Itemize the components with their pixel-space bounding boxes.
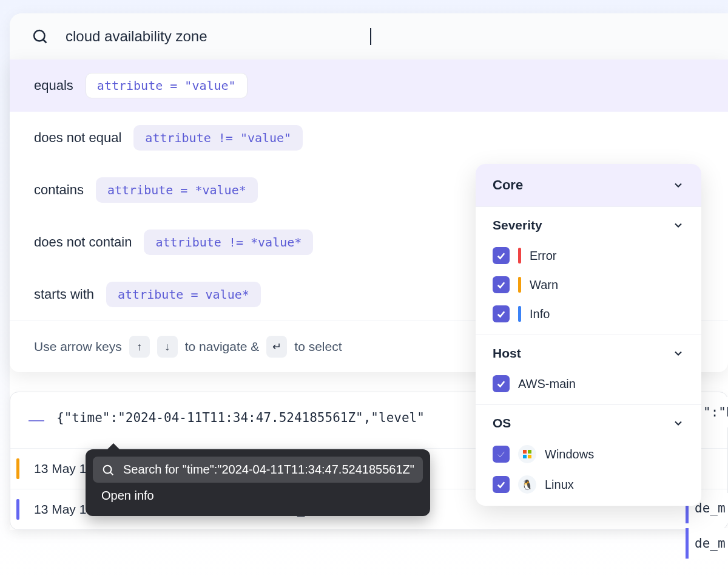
section-title: Severity [493, 218, 542, 233]
context-open-label: Open info [101, 489, 154, 503]
svg-rect-5 [528, 450, 531, 454]
filter-item-aws[interactable]: AWS-main [493, 369, 684, 398]
severity-bar [16, 499, 19, 520]
checkbox-checked[interactable] [493, 276, 510, 293]
checkbox-checked[interactable] [493, 247, 510, 264]
filter-title: Core [493, 177, 523, 193]
filter-severity-head[interactable]: Severity [493, 218, 684, 233]
windows-icon [518, 445, 536, 463]
chevron-down-icon [672, 417, 684, 429]
severity-blue-icon [518, 306, 521, 322]
section-title: OS [493, 416, 511, 430]
filter-item-error[interactable]: Error [493, 241, 684, 270]
operator-not-equals[interactable]: does not equal attribute != "value" [10, 112, 728, 164]
operator-equals[interactable]: equals attribute = "value" [10, 59, 728, 112]
filter-item-windows[interactable]: Windows [493, 439, 684, 469]
filter-label: Error [530, 249, 556, 263]
operator-label: does not equal [34, 130, 121, 146]
svg-rect-7 [528, 455, 531, 458]
log-json[interactable]: {"time":"2024-04-11T11:34:47.524185561Z"… [56, 410, 425, 425]
nav-hint-prefix: Use arrow keys [34, 339, 122, 354]
collapse-icon[interactable]: — [29, 410, 44, 427]
search-icon [101, 463, 115, 477]
search-icon [32, 28, 49, 45]
operator-example: attribute = value* [106, 282, 261, 307]
text-cursor [370, 28, 371, 45]
svg-point-2 [104, 465, 112, 473]
checkbox-checked[interactable] [493, 375, 510, 392]
severity-orange-icon [518, 277, 521, 293]
search-bar[interactable] [10, 13, 728, 59]
severity-bar [16, 458, 19, 479]
checkbox-checked[interactable] [493, 476, 510, 493]
operator-example: attribute != "value" [133, 125, 303, 151]
context-open-info[interactable]: Open info [93, 483, 423, 509]
filter-item-warn[interactable]: Warn [493, 270, 684, 299]
nav-hint-middle: to navigate & [185, 339, 260, 354]
chevron-down-icon [672, 219, 684, 231]
filter-label: Windows [545, 447, 594, 461]
filter-label: Info [530, 307, 550, 321]
svg-rect-6 [523, 455, 527, 458]
filter-os-section: OS Windows 🐧 Linux [476, 404, 701, 506]
filter-host-head[interactable]: Host [493, 346, 684, 361]
filter-panel: Core Severity Error Warn Info Host [476, 164, 701, 506]
operator-label: starts with [34, 287, 94, 302]
operator-example: attribute != *value* [144, 229, 313, 255]
filter-host-section: Host AWS-main [476, 335, 701, 404]
svg-line-1 [43, 39, 46, 42]
svg-rect-4 [523, 450, 527, 454]
operator-example: attribute = *value* [96, 177, 258, 203]
enter-key: ↵ [266, 336, 287, 358]
nav-hint-suffix: to select [294, 339, 342, 354]
arrow-up-key: ↑ [129, 336, 150, 358]
svg-line-3 [110, 472, 113, 475]
checkbox-checked[interactable] [493, 305, 510, 322]
chevron-down-icon [672, 347, 684, 359]
bg-log-row: de_m [686, 528, 728, 559]
search-input[interactable] [66, 28, 369, 45]
operator-example: attribute = "value" [86, 73, 248, 98]
svg-point-0 [34, 30, 45, 41]
chevron-down-icon [672, 179, 684, 191]
filter-label: Linux [545, 478, 574, 492]
operator-label: contains [34, 182, 84, 198]
context-search-label: Search for "time":"2024-04-11T11:34:47.5… [123, 463, 414, 477]
filter-label: Warn [530, 278, 558, 292]
filter-label: AWS-main [518, 377, 576, 391]
checkbox-checked[interactable] [493, 446, 510, 463]
linux-icon: 🐧 [518, 475, 536, 494]
filter-item-info[interactable]: Info [493, 299, 684, 328]
filter-core-header[interactable]: Core [476, 164, 701, 206]
operator-label: equals [34, 78, 73, 93]
filter-item-linux[interactable]: 🐧 Linux [493, 469, 684, 500]
severity-red-icon [518, 248, 521, 264]
arrow-down-key: ↓ [157, 336, 178, 358]
section-title: Host [493, 346, 521, 361]
context-search[interactable]: Search for "time":"2024-04-11T11:34:47.5… [93, 457, 423, 483]
filter-os-head[interactable]: OS [493, 416, 684, 430]
filter-severity-section: Severity Error Warn Info [476, 206, 701, 335]
operator-label: does not contain [34, 234, 132, 250]
context-menu: Search for "time":"2024-04-11T11:34:47.5… [86, 449, 430, 516]
